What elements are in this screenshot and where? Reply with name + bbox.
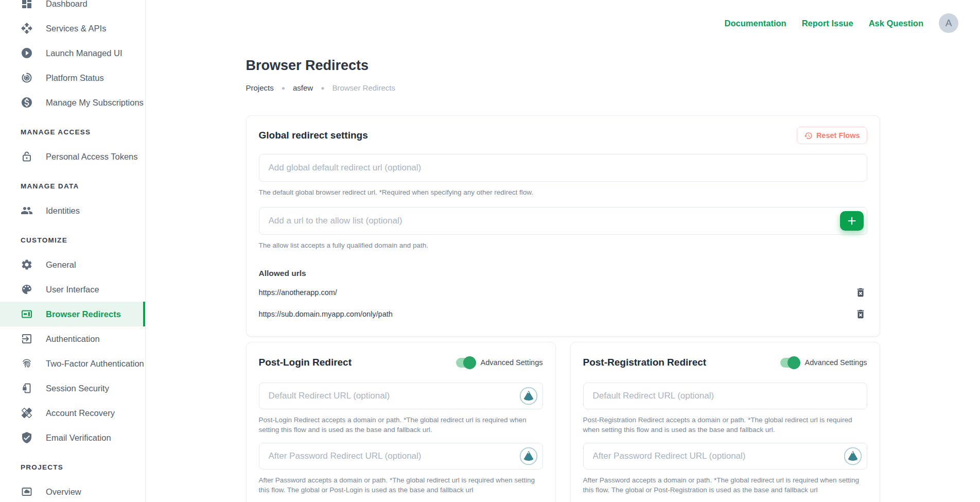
phone-lock-icon <box>21 382 33 394</box>
sidebar-item-manage-my-subscriptions[interactable]: Manage My Subscriptions <box>0 90 145 115</box>
healing-icon <box>21 407 33 419</box>
global-default-redirect-url-input[interactable] <box>259 154 867 182</box>
platform-status-icon <box>21 72 33 84</box>
allowed-url-row: https://anotherapp.com/ <box>259 285 867 300</box>
dollar-circle-icon <box>21 96 33 109</box>
post-login-after-password-helper-text: After Password accepts a domain or path.… <box>259 475 543 495</box>
sidebar: Dashboard Services & APIs Launch Managed… <box>0 0 146 502</box>
sidebar-item-label: Account Recovery <box>46 408 115 418</box>
post-registration-redirect-card: Post-Registration Redirect Advanced Sett… <box>570 342 880 502</box>
exit-to-app-icon <box>21 333 33 345</box>
add-allow-url-button[interactable] <box>840 211 864 231</box>
post-registration-card-title: Post-Registration Redirect <box>583 357 707 368</box>
post-login-after-password-redirect-url-input[interactable] <box>259 443 543 470</box>
breadcrumb: Projects ● asfew ● Browser Redirects <box>246 83 880 92</box>
sidebar-section-projects: PROJECTS <box>0 455 145 479</box>
mountain-flow-icon[interactable] <box>519 387 538 405</box>
sidebar-item-label: Two-Factor Authentication <box>46 359 144 369</box>
sidebar-section-manage-access: MANAGE ACCESS <box>0 119 145 144</box>
people-icon <box>21 204 33 217</box>
mountain-flow-icon[interactable] <box>844 447 862 465</box>
sidebar-item-account-recovery[interactable]: Account Recovery <box>0 401 145 425</box>
play-circle-icon <box>21 47 33 59</box>
sidebar-item-label: Personal Access Tokens <box>46 152 138 162</box>
allow-list-helper-text: The allow list accepts a fully qualified… <box>259 240 867 250</box>
sidebar-item-user-interface[interactable]: User Interface <box>0 277 145 302</box>
sidebar-item-authentication[interactable]: Authentication <box>0 326 145 351</box>
global-card-title: Global redirect settings <box>259 130 368 141</box>
lock-icon <box>21 150 33 163</box>
overview-icon <box>21 486 33 498</box>
breadcrumb-project-name[interactable]: asfew <box>293 83 313 92</box>
sidebar-item-launch-managed-ui[interactable]: Launch Managed UI <box>0 41 145 65</box>
post-login-default-redirect-url-input[interactable] <box>259 383 543 409</box>
top-header: Documentation Report Issue Ask Question … <box>146 13 980 33</box>
sidebar-item-platform-status[interactable]: Platform Status <box>0 65 145 90</box>
avatar[interactable]: A <box>939 13 958 33</box>
sidebar-item-personal-access-tokens[interactable]: Personal Access Tokens <box>0 144 145 169</box>
sidebar-item-label: Dashboard <box>46 0 87 9</box>
allowed-url-row: https://sub.domain.myapp.com/only/path <box>259 307 867 321</box>
sidebar-item-email-verification[interactable]: Email Verification <box>0 425 145 450</box>
browser-redirects-icon <box>21 308 33 320</box>
sidebar-item-overview[interactable]: Overview <box>0 479 145 502</box>
sidebar-item-label: General <box>46 260 76 270</box>
breadcrumb-separator: ● <box>321 84 324 92</box>
page-title: Browser Redirects <box>246 57 880 74</box>
post-login-default-helper-text: Post-Login Redirect accepts a domain or … <box>259 415 543 435</box>
sidebar-item-label: Browser Redirects <box>46 309 121 319</box>
report-issue-link[interactable]: Report Issue <box>802 19 853 28</box>
toggle-on-icon[interactable] <box>456 358 475 368</box>
breadcrumb-projects[interactable]: Projects <box>246 83 274 92</box>
sidebar-item-label: Platform Status <box>46 73 104 83</box>
sidebar-item-label: Manage My Subscriptions <box>46 98 144 108</box>
post-login-card-title: Post-Login Redirect <box>259 357 352 368</box>
reset-flows-button[interactable]: Reset Flows <box>797 127 867 144</box>
gear-icon <box>21 258 33 271</box>
sidebar-item-label: Overview <box>46 487 81 497</box>
shield-check-icon <box>21 431 33 444</box>
sidebar-item-general[interactable]: General <box>0 252 145 277</box>
sidebar-item-label: Launch Managed UI <box>46 48 122 58</box>
sidebar-item-browser-redirects[interactable]: Browser Redirects <box>0 302 145 326</box>
mountain-flow-icon[interactable] <box>519 447 538 465</box>
sidebar-item-dashboard[interactable]: Dashboard <box>0 0 145 16</box>
advanced-settings-label: Advanced Settings <box>805 358 867 367</box>
allow-list-url-input[interactable] <box>259 207 867 235</box>
post-registration-default-helper-text: Post-Registration Redirect accepts a dom… <box>583 415 867 435</box>
allowed-url-text: https://sub.domain.myapp.com/only/path <box>259 310 393 318</box>
delete-url-button[interactable] <box>854 307 867 321</box>
sidebar-item-label: Services & APIs <box>46 24 106 33</box>
breadcrumb-current: Browser Redirects <box>332 83 395 92</box>
sidebar-section-manage-data: MANAGE DATA <box>0 174 145 198</box>
sidebar-section-customize: CUSTOMIZE <box>0 228 145 252</box>
advanced-settings-label: Advanced Settings <box>481 358 543 367</box>
trash-icon <box>855 287 866 298</box>
global-default-helper-text: The default global browser redirect url.… <box>259 187 867 197</box>
toggle-on-icon[interactable] <box>780 358 799 368</box>
post-registration-after-password-helper-text: After Password accepts a domain or path.… <box>583 475 867 495</box>
breadcrumb-separator: ● <box>282 84 285 92</box>
sidebar-item-two-factor-authentication[interactable]: Two-Factor Authentication <box>0 351 145 376</box>
post-registration-advanced-settings-toggle[interactable]: Advanced Settings <box>780 358 867 368</box>
delete-url-button[interactable] <box>854 286 867 299</box>
history-restore-icon <box>804 131 813 140</box>
trash-icon <box>855 308 866 320</box>
documentation-link[interactable]: Documentation <box>725 19 786 28</box>
sidebar-item-label: Email Verification <box>46 433 111 443</box>
sidebar-item-label: Authentication <box>46 334 100 344</box>
sidebar-item-session-security[interactable]: Session Security <box>0 376 145 401</box>
post-login-advanced-settings-toggle[interactable]: Advanced Settings <box>456 358 543 368</box>
post-login-redirect-card: Post-Login Redirect Advanced Settings Po… <box>246 342 556 502</box>
dashboard-icon <box>21 0 33 10</box>
reset-flows-label: Reset Flows <box>816 131 860 140</box>
post-registration-default-redirect-url-input[interactable] <box>583 383 867 409</box>
plus-icon <box>846 215 857 227</box>
ask-question-link[interactable]: Ask Question <box>869 19 923 28</box>
sidebar-item-label: Session Security <box>46 384 109 393</box>
palette-icon <box>21 283 33 296</box>
sidebar-item-services-apis[interactable]: Services & APIs <box>0 16 145 41</box>
main-area: Documentation Report Issue Ask Question … <box>146 0 980 502</box>
post-registration-after-password-redirect-url-input[interactable] <box>583 443 867 470</box>
sidebar-item-identities[interactable]: Identities <box>0 198 145 223</box>
